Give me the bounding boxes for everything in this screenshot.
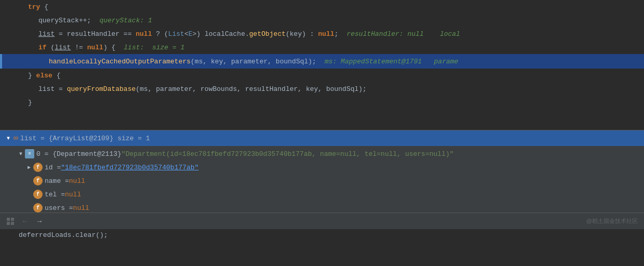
code-line-else: } else { [0,69,644,82]
grid-icon-button[interactable] [4,215,17,228]
bottom-code-line: deferredLoads.clear(); [19,231,108,239]
debug-header-row[interactable]: ▼ ∞ list = {ArrayList@2109} size = 1 [0,130,644,146]
code-line-close: } [0,96,644,109]
code-line-list-assign: list = resultHandler == null ? (List<E>)… [0,27,644,41]
debug-val-name: null [69,177,85,185]
debug-panel: ▼ ∞ list = {ArrayList@2109} size = 1 ▼ ≡… [0,130,644,229]
code-line-handle: handleLocallyCachedOutputParameters(ms, … [0,54,644,69]
ide-window: try { queryStack++; queryStack: 1 list =… [0,0,644,266]
field-icon-name: f [33,176,43,185]
line-content: if (list != null) { list: size = 1 [16,44,644,51]
debug-key-users: users = [45,204,73,212]
debug-val-id: "18ec781fbefd727923b0d35740b177ab" [61,164,198,171]
back-button[interactable]: ← [19,215,31,228]
code-line-query-db: list = queryFromDatabase(ms, parameter, … [0,82,644,96]
svg-rect-2 [7,222,10,225]
debug-key-id: id = [45,164,61,171]
debug-row-id[interactable]: ▶ f id = "18ec781fbefd727923b0d35740b177… [0,161,644,174]
obj-icon: ≡ [25,149,34,158]
field-icon-tel: f [33,190,43,199]
expand-arrow-department[interactable]: ▼ [17,150,25,158]
back-arrow-icon: ← [23,217,27,225]
line-content: handleLocallyCachedOutputParameters(ms, … [18,58,644,65]
forward-button[interactable]: → [33,215,46,228]
line-content: } else { [16,72,644,79]
bottom-code-area: deferredLoads.clear(); [0,229,644,239]
debug-header-text: list = {ArrayList@2109} size = 1 [20,135,150,142]
line-content: queryStack++; queryStack: 1 [16,17,644,24]
debug-val-department: "Department(id=18ec781fbefd727923b0d3574… [122,150,454,158]
debug-key-tel: tel = [45,191,65,198]
svg-rect-1 [11,218,14,221]
infinity-sym: ∞ [14,134,18,143]
debug-row-name[interactable]: f name = null [0,174,644,188]
debug-val-tel: null [65,191,81,198]
expand-icon[interactable]: ▼ [4,134,12,142]
svg-rect-0 [7,218,10,221]
watermark: @稻土掘金技术社区 [586,217,638,225]
forward-arrow-icon: → [37,217,42,225]
debug-row-tel[interactable]: f tel = null [0,188,644,201]
debug-row-department[interactable]: ▼ ≡ 0 = {Department@2113} "Department(id… [0,147,644,161]
field-icon-users: f [33,203,43,212]
line-content: list = queryFromDatabase(ms, parameter, … [16,85,644,93]
code-line-querystack: queryStack++; queryStack: 1 [0,14,644,27]
debug-key-name: name = [45,177,69,185]
svg-rect-3 [11,222,14,225]
expand-arrow-id[interactable]: ▶ [25,163,33,171]
field-icon-id: f [33,163,43,172]
code-line-if: if (list != null) { list: size = 1 [0,41,644,54]
code-line-try: try { [0,0,644,14]
debug-key-0: 0 = {Department@2113} [36,150,122,158]
line-content: list = resultHandler == null ? (List<E>)… [16,30,644,38]
debug-val-users: null [73,204,89,212]
line-content: } [16,99,644,107]
bottom-toolbar: ← → [0,212,644,229]
code-area: try { queryStack++; queryStack: 1 list =… [0,0,644,130]
line-content: try { [16,3,644,11]
